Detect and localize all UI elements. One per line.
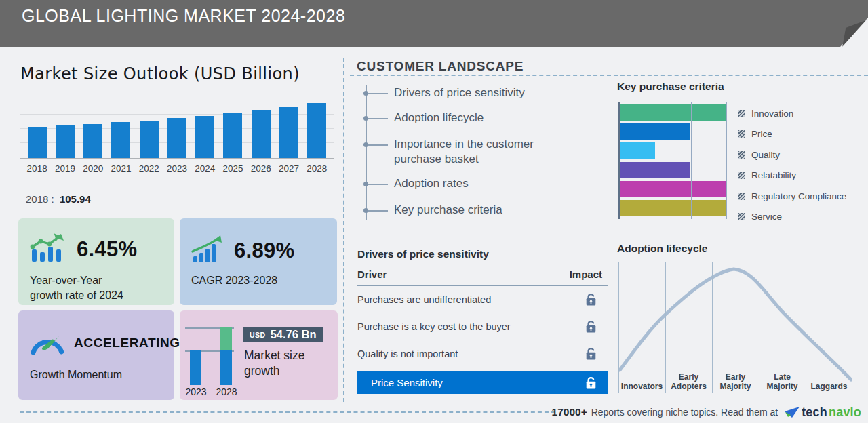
branch-line [368, 118, 388, 119]
bar-2022 [140, 121, 159, 158]
gridline [691, 102, 692, 219]
branch-line [368, 144, 388, 146]
growth-momentum-card: ACCELERATING Growth Momentum [18, 310, 174, 400]
bar-2026 [252, 110, 271, 158]
criteria-bar-4 [620, 181, 727, 197]
criteria-bar-0 [620, 104, 727, 121]
year-label: 2022 [135, 163, 163, 174]
base-year-number: 105.94 [60, 193, 91, 205]
customer-landscape-list: Drivers of price sensitivityAdoption lif… [357, 80, 614, 224]
bar-2018 [28, 127, 47, 158]
bar-2028-growth-segment [220, 327, 232, 350]
infographic-page: GLOBAL LIGHTING MARKET 2024-2028 Market … [0, 0, 868, 423]
momentum-label: Growth Momentum [30, 367, 174, 382]
year-label: 2027 [275, 163, 302, 174]
separator: : [52, 193, 54, 205]
adoption-lifecycle-title: Adoption lifecycle [617, 243, 708, 255]
brand-tech: tech [802, 405, 827, 420]
yoy-growth-value: 6.45% [77, 237, 137, 262]
gridline [806, 262, 806, 393]
footer-text: Reports covering niche topics. Read them… [591, 407, 778, 418]
branch-line [368, 184, 388, 185]
year-label: 2019 [51, 163, 79, 174]
legend-label: Innovation [751, 108, 793, 119]
legend-label: Price [751, 129, 772, 139]
gridline [852, 262, 852, 393]
cagr-label: CAGR 2023-2028 [191, 273, 337, 288]
market-size-outlook-title: Market Size Outlook (USD Billion) [20, 64, 300, 83]
legend-label: Regulatory Compliance [751, 191, 846, 201]
year-label: 2021 [107, 163, 135, 174]
market-size-growth-card: 20232028 USD 54.76 Bn Market size growth [180, 310, 338, 400]
rising-bars-arrow-icon [191, 235, 226, 267]
bar-2021 [111, 122, 130, 158]
legend-swatch-icon [738, 172, 745, 179]
list-item-label: Key purchase criteria [394, 203, 557, 218]
legend-swatch-icon [738, 110, 745, 117]
year-label: 2026 [247, 163, 275, 174]
branch-line [368, 210, 388, 212]
table-row: Quality is not important [357, 340, 608, 367]
yoy-growth-label: Year-over-Year growth rate of 2024 [30, 273, 174, 302]
page-title: GLOBAL LIGHTING MARKET 2024-2028 [22, 6, 345, 26]
legend-swatch-icon [738, 151, 745, 159]
stage-label: Innovators [618, 382, 665, 392]
bar-slot [107, 95, 135, 158]
year-label: 2024 [191, 163, 219, 174]
list-item: Drivers of price sensitivity [357, 85, 557, 100]
branch-dot-icon [363, 91, 368, 96]
bar-2024 [195, 116, 214, 158]
bar-slot [191, 95, 219, 158]
technavio-logo[interactable]: tech navio [785, 405, 861, 420]
bar-2027 [279, 107, 298, 158]
bar-2019 [56, 125, 75, 158]
list-item: Key purchase criteria [357, 203, 557, 218]
year-label: 2020 [79, 163, 107, 174]
adoption-lifecycle-chart: InnovatorsEarly AdoptersEarly MajorityLa… [618, 262, 852, 393]
stage-label: Early Adopters [665, 373, 712, 391]
footer: 17000+ Reports covering niche topics. Re… [552, 403, 861, 421]
legend-label: Quality [751, 150, 780, 160]
legend-item: Innovation [738, 103, 867, 124]
vertical-dashed-divider [343, 58, 344, 402]
branch-dot-icon [363, 116, 368, 121]
legend-item: Relatability [738, 165, 867, 186]
year-label: 2028 [303, 163, 331, 174]
cagr-card: 6.89% CAGR 2023-2028 [180, 218, 337, 305]
list-item-label: Drivers of price sensitivity [394, 85, 557, 100]
highlight-label: Price Sensitivity [371, 377, 443, 388]
stage-label: Late Majority [759, 373, 806, 391]
gridline [618, 262, 619, 393]
bar-2023 [190, 350, 201, 385]
branch-dot-icon [363, 208, 368, 213]
price-sensitivity-title: Drivers of price sensitivity [357, 248, 489, 260]
legend-item: Price [738, 124, 867, 145]
lock-icon [585, 319, 597, 334]
bar-slot [219, 95, 247, 158]
table-row: Purchase is a key cost to the buyer [357, 313, 608, 340]
growth-amount: 54.76 Bn [271, 328, 317, 341]
column-impact: Impact [570, 268, 602, 280]
technavio-mark-icon [785, 407, 800, 418]
branch-dot-icon [363, 142, 368, 147]
list-item: Importance in the customer purchase bask… [357, 137, 557, 167]
speedometer-icon [29, 328, 66, 358]
key-purchase-criteria-chart [618, 102, 727, 219]
list-item-label: Importance in the customer purchase bask… [394, 137, 557, 167]
market-size-outlook-chart [20, 95, 334, 159]
legend-swatch-icon [738, 130, 745, 138]
lock-icon [585, 346, 597, 361]
footer-dashed-line [20, 411, 555, 413]
cagr-value: 6.89% [234, 239, 294, 263]
bar-slot [303, 95, 331, 158]
driver-label: Purchases are undifferentiated [357, 294, 491, 305]
year-label: 2023 [163, 163, 191, 174]
criteria-bar-2 [620, 142, 655, 159]
lock-icon [585, 292, 597, 306]
criteria-bar-5 [620, 200, 727, 216]
gridline [656, 102, 656, 219]
bar-slot [275, 95, 302, 158]
table-header: Driver Impact [357, 268, 608, 286]
legend-swatch-icon [738, 193, 745, 200]
growth-card-label: Market size growth [244, 348, 304, 379]
